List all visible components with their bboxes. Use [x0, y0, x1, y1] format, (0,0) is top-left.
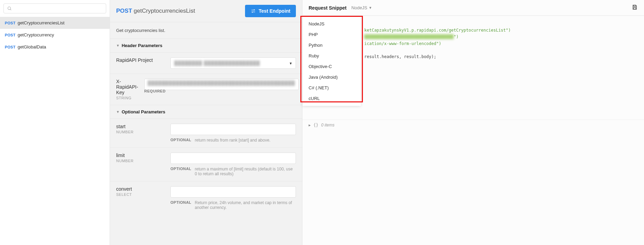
save-icon: [632, 4, 638, 10]
lang-curl[interactable]: cURL: [302, 93, 361, 104]
param-flag: REQUIRED: [144, 89, 166, 93]
endpoint-label: getCryptocurrenciesList: [18, 20, 65, 25]
test-button-label: Test Endpoint: [259, 8, 290, 14]
lang-java[interactable]: Java (Android): [302, 72, 361, 82]
svg-line-1: [10, 9, 11, 10]
svg-rect-3: [634, 8, 636, 9]
param-flag: OPTIONAL: [170, 200, 191, 210]
param-desc: return results from rank [start] and abo…: [195, 138, 296, 143]
param-row-start: start NUMBER OPTIONAL return results fro…: [110, 119, 302, 148]
caret-right-icon: ▸: [309, 123, 311, 127]
params-panel: POST getCryptocurrenciesList Test Endpoi…: [110, 0, 302, 245]
braces-icon: {}: [313, 123, 318, 127]
param-desc: Return price, 24h volume, and market cap…: [195, 200, 296, 210]
lang-php[interactable]: PHP: [302, 29, 361, 40]
param-flag: OPTIONAL: [170, 167, 191, 176]
method-badge: POST: [5, 33, 15, 37]
chevron-down-icon: ▼: [116, 110, 120, 114]
param-label: RapidAPI Project: [116, 57, 164, 63]
svg-point-0: [8, 7, 11, 9]
sidebar-item-getCryptocurrency[interactable]: POSTgetCryptocurrency: [0, 29, 110, 41]
snippet-header: Request Snippet NodeJS ▼: [302, 0, 644, 16]
sidebar-item-getGlobalData[interactable]: POSTgetGlobalData: [0, 41, 110, 53]
param-row-rapidapi-project: RapidAPI Project ████████ ██████████████…: [110, 53, 302, 74]
snippet-panel: Request Snippet NodeJS ▼ NodeJS PHP Pyth…: [302, 0, 644, 245]
lang-ruby[interactable]: Ruby: [302, 51, 361, 61]
endpoint-name: getCryptocurrenciesList: [134, 8, 195, 14]
language-select[interactable]: NodeJS ▼: [351, 5, 372, 10]
param-row-limit: limit NUMBER OPTIONAL return a maximum o…: [110, 148, 302, 181]
param-label: convert: [116, 186, 164, 192]
section-optional-params[interactable]: ▼ Optional Parameters: [110, 105, 302, 119]
param-label: start: [116, 124, 164, 129]
lang-objc[interactable]: Objective-C: [302, 61, 361, 72]
start-input[interactable]: [170, 124, 296, 135]
search-box[interactable]: [3, 3, 106, 13]
param-row-api-key: X-RapidAPI-Key STRING ██████████████████…: [110, 74, 302, 105]
param-desc: return a maximum of [limit] results (def…: [195, 167, 296, 176]
search-input[interactable]: [14, 6, 102, 11]
lang-csharp[interactable]: C# (.NET): [302, 82, 361, 93]
endpoints-sidebar: POSTgetCryptocurrenciesList POSTgetCrypt…: [0, 0, 110, 245]
test-endpoint-button[interactable]: Test Endpoint: [245, 5, 296, 17]
swap-icon: [251, 8, 256, 14]
param-flag: OPTIONAL: [170, 138, 191, 143]
param-type: STRING: [116, 96, 138, 100]
response-items-count: 0 items: [321, 123, 334, 127]
limit-input[interactable]: [170, 153, 296, 164]
copy-save-button[interactable]: [632, 4, 638, 11]
endpoint-title: POST getCryptocurrenciesList: [116, 8, 195, 14]
endpoint-description: Get cryptocurrencies list.: [110, 22, 302, 39]
rapidapi-project-select[interactable]: ████████ ████████████████: [170, 57, 296, 69]
params-header: POST getCryptocurrenciesList Test Endpoi…: [110, 0, 302, 22]
param-label: limit: [116, 153, 164, 158]
method-badge: POST: [5, 45, 15, 49]
response-summary[interactable]: ▸ {} 0 items: [302, 120, 644, 130]
lang-nodejs[interactable]: NodeJS: [302, 19, 361, 29]
chevron-down-icon: ▼: [369, 6, 372, 10]
param-type: SELECT: [116, 192, 164, 197]
snippet-title: Request Snippet: [309, 5, 346, 11]
param-type: NUMBER: [116, 159, 164, 163]
endpoint-list: POSTgetCryptocurrenciesList POSTgetCrypt…: [0, 17, 110, 245]
endpoint-label: getCryptocurrency: [18, 32, 54, 37]
chevron-down-icon: ▼: [116, 44, 120, 47]
endpoint-label: getGlobalData: [18, 44, 46, 49]
convert-select[interactable]: [170, 186, 296, 198]
param-type: NUMBER: [116, 130, 164, 134]
param-label: X-RapidAPI-Key: [116, 79, 138, 95]
svg-rect-2: [634, 5, 636, 7]
param-row-convert: convert SELECT OPTIONAL Return price, 24…: [110, 181, 302, 215]
search-icon: [7, 6, 12, 11]
language-dropdown: NodeJS PHP Python Ruby Objective-C Java …: [302, 16, 361, 106]
section-header-params[interactable]: ▼ Header Parameters: [110, 39, 302, 53]
method-label: POST: [116, 8, 132, 14]
sidebar-item-getCryptocurrenciesList[interactable]: POSTgetCryptocurrenciesList: [0, 17, 110, 29]
method-badge: POST: [5, 21, 15, 25]
lang-python[interactable]: Python: [302, 40, 361, 51]
